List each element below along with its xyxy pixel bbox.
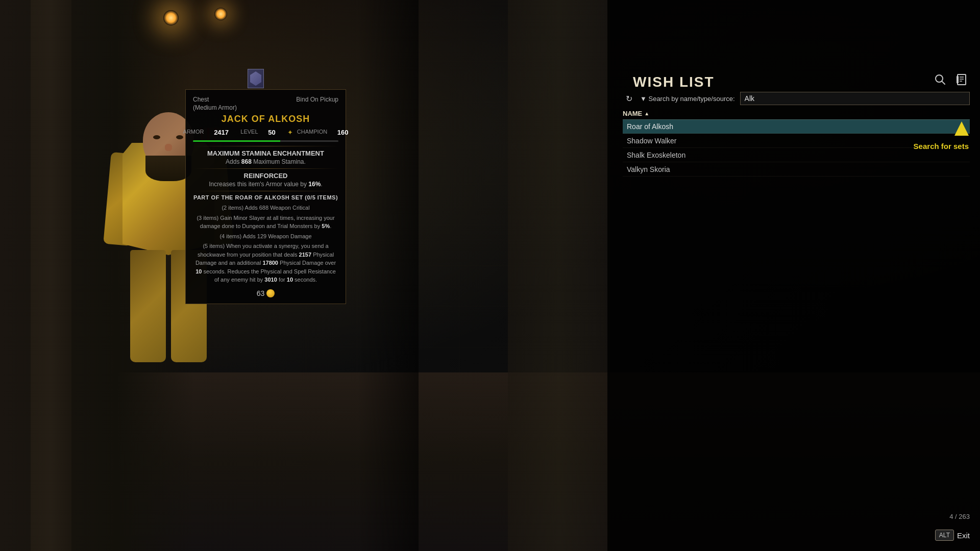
armor-label: ARMOR [183,129,204,136]
tooltip-stats: ARMOR 2417 LEVEL 50 ✦ CHAMPION 160 [193,129,338,136]
list-item-name: Roar of Alkosh [627,122,673,131]
level-label: LEVEL [240,129,258,136]
trait-name: REINFORCED [193,172,338,180]
scroll-up-arrow[interactable] [954,121,969,136]
filter-label: ▼ Search by name/type/source: [640,95,735,103]
gold-coin-icon [266,289,275,297]
search-input[interactable] [740,92,970,105]
champion-icon: ✦ [287,129,293,136]
sort-arrow-icon: ▲ [644,111,649,116]
svg-rect-6 [957,76,959,83]
trait-value: 16% [308,181,321,188]
char-leg-left [130,250,166,362]
stone-wall-right [508,0,610,551]
right-panel: WISH LIST ↻ ▼ Search by name/type/source… [607,0,980,551]
exit-label: Exit [957,531,970,540]
wish-list-title: WISH LIST [633,74,715,90]
bonus-3-value: 5% [322,223,330,229]
list-item[interactable]: Valkyn Skoria [623,162,970,177]
char-beard [145,156,191,181]
set-header: PART OF THE ROAR OF ALKOSH SET (0/5 ITEM… [193,194,338,201]
champion-value: 160 [337,129,349,136]
column-name-header[interactable]: NAME ▲ [623,110,649,117]
set-bonus-5: (5 items) When you activate a synergy, y… [193,242,338,284]
search-sets-label[interactable]: Search for sets [914,142,969,151]
list-item-name: Valkyn Skoria [627,165,670,173]
enchant-desc: Adds 868 Maximum Stamina. [193,158,338,165]
exit-key-label: ALT [935,530,954,541]
champion-label: CHAMPION [297,129,327,136]
divider-2 [193,168,338,169]
top-icons [932,71,970,88]
level-value: 50 [268,129,275,136]
item-name: JACK OF ALKOSH [193,114,338,124]
enchant-value: 868 [241,158,252,165]
item-icon-shape [250,71,261,86]
divider-1 [193,146,338,146]
list-item-name: Shalk Exoskeleton [627,151,685,159]
svg-line-1 [942,81,945,84]
tooltip-bind: Bind On Pickup [296,96,338,103]
item-icon [248,69,264,88]
page-counter: 4 / 263 [949,513,970,520]
svg-rect-2 [958,74,966,85]
column-name-label: NAME [623,110,642,117]
torch-light-1 [163,10,179,26]
search-icon-btn[interactable] [932,71,948,88]
set-bonus-2: (2 items) Adds 688 Weapon Critical [193,204,338,212]
filter-bar: ↻ ▼ Search by name/type/source: [623,92,970,105]
level-bar [193,140,338,142]
torch-light-2 [214,8,227,20]
exit-button[interactable]: ALT Exit [935,530,970,541]
divider-3 [193,191,338,191]
item-tooltip: Chest (Medium Armor) Bind On Pickup JACK… [185,89,346,304]
tooltip-slot: Chest (Medium Armor) [193,96,237,112]
enchant-name: MAXIMUM STAMINA ENCHANTMENT [193,149,338,157]
set-bonus-4: (4 items) Adds 129 Weapon Damage [193,232,338,241]
item-price: 63 [193,289,338,297]
list-header: NAME ▲ [623,110,970,120]
list-item-name: Shadow Walker [627,137,677,145]
notebook-icon-btn[interactable] [953,71,970,88]
refresh-icon[interactable]: ↻ [623,92,635,105]
set-bonus-3: (3 items) Gain Minor Slayer at all times… [193,214,338,231]
armor-value: 2417 [214,129,229,136]
list-item[interactable]: Roar of Alkosh [623,119,970,134]
trait-desc: Increases this item's Armor value by 16%… [193,181,338,188]
